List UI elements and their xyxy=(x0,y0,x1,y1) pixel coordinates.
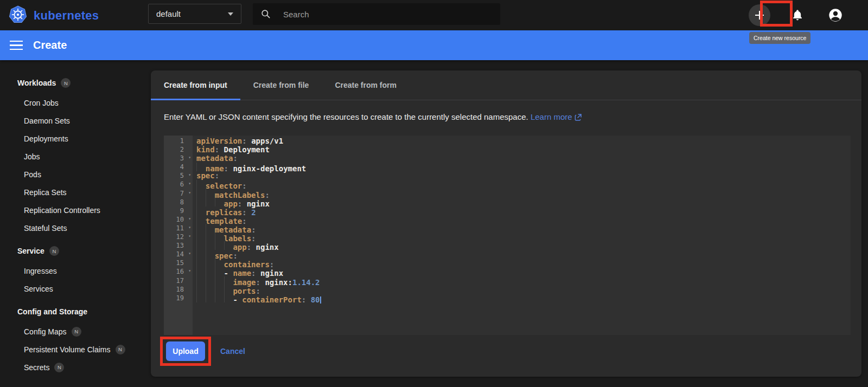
fold-arrow-icon[interactable]: ▾ xyxy=(188,223,191,232)
sidebar-item-replica-sets[interactable]: Replica Sets xyxy=(0,183,142,201)
namespaced-badge: N xyxy=(49,246,59,256)
sidebar-item-pods[interactable]: Pods xyxy=(0,165,142,183)
editor-line: 15containers: xyxy=(164,259,851,267)
editor-line: 2kind: Deployment xyxy=(164,145,851,154)
menu-icon[interactable] xyxy=(10,41,23,50)
sidebar-item-daemon-sets[interactable]: Daemon Sets xyxy=(0,112,142,130)
cancel-button[interactable]: Cancel xyxy=(220,347,245,356)
line-number: 18 xyxy=(176,285,184,294)
create-new-resource-button[interactable] xyxy=(749,4,770,26)
namespaced-badge: N xyxy=(54,363,64,372)
editor-gutter[interactable]: 9 xyxy=(164,207,193,215)
namespaced-badge: N xyxy=(61,78,71,88)
editor-code: spec: xyxy=(193,171,219,180)
external-link-icon xyxy=(575,113,582,122)
search-bar[interactable] xyxy=(253,3,500,25)
line-number: 16 xyxy=(176,267,184,276)
editor-code: containers: xyxy=(193,259,274,267)
tab-bar: Create from inputCreate from fileCreate … xyxy=(151,70,861,100)
search-input[interactable] xyxy=(283,10,468,19)
upload-button[interactable]: Upload xyxy=(166,341,205,361)
line-number: 12 xyxy=(176,233,184,241)
editor-code: template: xyxy=(193,215,247,224)
fold-arrow-icon[interactable]: ▾ xyxy=(188,232,191,241)
editor-gutter[interactable]: 2 xyxy=(164,145,193,154)
editor-line: 12▾labels: xyxy=(164,233,851,241)
line-number: 1 xyxy=(180,137,184,145)
notifications-button[interactable] xyxy=(787,4,808,26)
editor-gutter[interactable]: 12▾ xyxy=(164,233,193,241)
sidebar-item-label: Deployments xyxy=(24,134,68,143)
sidebar-item-label: Replication Controllers xyxy=(24,206,100,215)
sidebar-item-label: Ingresses xyxy=(24,267,57,275)
sidebar-item-replication-controllers[interactable]: Replication Controllers xyxy=(0,201,142,219)
sidebar-section: WorkloadsNCron JobsDaemon SetsDeployment… xyxy=(0,72,142,237)
editor-gutter[interactable]: 5▾ xyxy=(164,171,193,180)
editor-gutter[interactable]: 11▾ xyxy=(164,224,193,233)
editor-gutter[interactable]: 1 xyxy=(164,137,193,145)
fold-arrow-icon[interactable]: ▾ xyxy=(188,215,191,223)
sidebar-item-deployments[interactable]: Deployments xyxy=(0,130,142,147)
sidebar-item-ingresses[interactable]: Ingresses xyxy=(0,262,142,280)
sidebar-section: ServiceNIngressesServices xyxy=(0,240,142,298)
tab-create-from-file[interactable]: Create from file xyxy=(240,70,322,100)
sidebar-item-services[interactable]: Services xyxy=(0,280,142,298)
sidebar-item-jobs[interactable]: Jobs xyxy=(0,147,142,165)
account-button[interactable] xyxy=(825,4,846,26)
editor-code: replicas: 2 xyxy=(193,207,256,215)
editor-gutter[interactable]: 8 xyxy=(164,198,193,207)
sidebar-group-label: Workloads xyxy=(17,79,56,87)
yaml-editor[interactable]: 1apiVersion: apps/v12kind: Deployment3▾m… xyxy=(164,136,851,335)
sidebar-item-label: Jobs xyxy=(24,152,40,161)
line-number: 11 xyxy=(176,224,184,233)
editor-gutter[interactable]: 17 xyxy=(164,276,193,285)
editor-gutter[interactable]: 6▾ xyxy=(164,180,193,189)
tab-create-from-form[interactable]: Create from form xyxy=(322,70,410,100)
fold-arrow-icon[interactable]: ▾ xyxy=(188,153,191,162)
tab-create-from-input[interactable]: Create from input xyxy=(151,70,240,100)
editor-line: 19- containerPort: 80 xyxy=(164,294,851,302)
editor-gutter[interactable]: 18 xyxy=(164,285,193,294)
line-number: 19 xyxy=(176,294,184,302)
sidebar-item-label: Services xyxy=(24,285,53,293)
namespace-selector[interactable]: default xyxy=(148,4,241,24)
fold-arrow-icon[interactable]: ▾ xyxy=(188,189,191,197)
sidebar-group-config-and-storage[interactable]: Config and Storage xyxy=(0,301,142,322)
editor-gutter[interactable]: 7▾ xyxy=(164,189,193,198)
sidebar-item-label: Stateful Sets xyxy=(24,224,67,233)
line-number: 13 xyxy=(176,241,184,250)
sidebar-group-workloads[interactable]: WorkloadsN xyxy=(0,72,142,94)
sidebar-item-persistent-volume-claims[interactable]: Persistent Volume ClaimsN xyxy=(0,340,142,358)
editor-gutter[interactable]: 13 xyxy=(164,241,193,250)
namespaced-badge: N xyxy=(116,345,125,354)
fold-arrow-icon[interactable]: ▾ xyxy=(188,179,191,188)
sidebar-item-stateful-sets[interactable]: Stateful Sets xyxy=(0,219,142,237)
sidebar-group-service[interactable]: ServiceN xyxy=(0,240,142,262)
fold-arrow-icon[interactable]: ▾ xyxy=(188,249,191,258)
fold-arrow-icon[interactable]: ▾ xyxy=(188,171,191,179)
editor-gutter[interactable]: 4 xyxy=(164,163,193,171)
editor-line: 16▾- name: nginx xyxy=(164,267,851,276)
editor-code: selector: xyxy=(193,180,247,189)
learn-more-link[interactable]: Learn more xyxy=(531,112,582,121)
editor-gutter[interactable]: 10▾ xyxy=(164,215,193,224)
editor-code: labels: xyxy=(193,233,256,241)
editor-gutter[interactable]: 15 xyxy=(164,259,193,267)
fold-arrow-icon[interactable]: ▾ xyxy=(188,267,191,275)
app-bar: Create xyxy=(0,30,868,60)
sidebar-item-cron-jobs[interactable]: Cron Jobs xyxy=(0,94,142,112)
editor-code: app: nginx xyxy=(193,241,279,250)
kubernetes-brand[interactable]: kubernetes xyxy=(9,5,99,26)
editor-code: spec: xyxy=(193,250,238,259)
top-bar-actions xyxy=(749,0,846,30)
editor-gutter[interactable]: 16▾ xyxy=(164,267,193,276)
sidebar-item-config-maps[interactable]: Config MapsN xyxy=(0,322,142,340)
editor-gutter[interactable]: 3▾ xyxy=(164,154,193,163)
line-number: 6 xyxy=(180,180,184,189)
sidebar-item-secrets[interactable]: SecretsN xyxy=(0,358,142,376)
brand-wordmark: kubernetes xyxy=(34,9,99,23)
top-bar: kubernetes default xyxy=(0,0,868,30)
editor-gutter[interactable]: 19 xyxy=(164,294,193,302)
editor-gutter[interactable]: 14▾ xyxy=(164,250,193,259)
sidebar-item-label: Cron Jobs xyxy=(24,99,59,107)
